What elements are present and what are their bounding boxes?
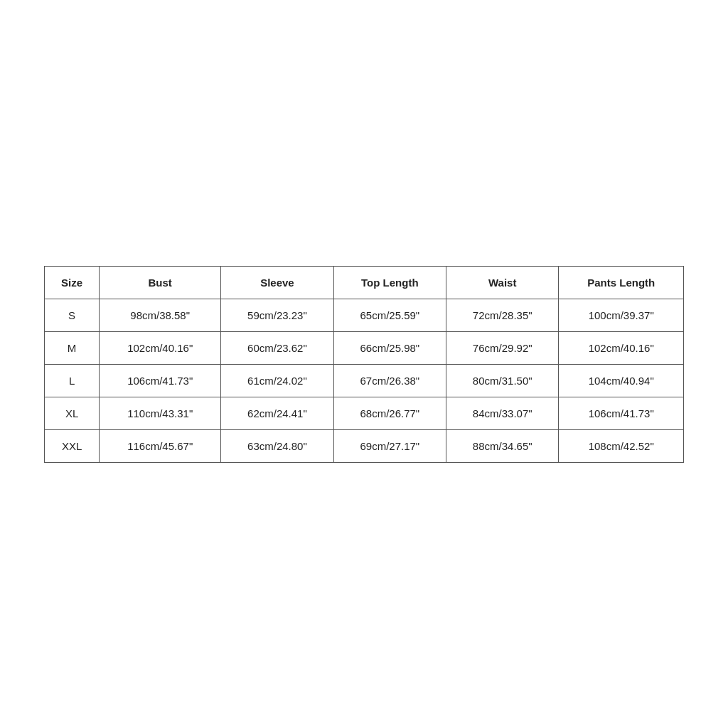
col-header-sleeve: Sleeve <box>221 266 333 299</box>
cell-pants_length-4: 108cm/42.52" <box>559 429 684 462</box>
size-chart-container: Size Bust Sleeve Top Length Waist Pants … <box>44 266 684 463</box>
table-header-row: Size Bust Sleeve Top Length Waist Pants … <box>45 266 684 299</box>
table-row: L106cm/41.73"61cm/24.02"67cm/26.38"80cm/… <box>45 364 684 397</box>
cell-top_length-0: 65cm/25.59" <box>333 299 446 331</box>
cell-sleeve-4: 63cm/24.80" <box>221 429 333 462</box>
cell-waist-3: 84cm/33.07" <box>446 397 559 429</box>
size-chart-table: Size Bust Sleeve Top Length Waist Pants … <box>44 266 684 463</box>
cell-top_length-3: 68cm/26.77" <box>333 397 446 429</box>
cell-top_length-4: 69cm/27.17" <box>333 429 446 462</box>
cell-size-0: S <box>45 299 100 331</box>
col-header-size: Size <box>45 266 100 299</box>
table-row: S98cm/38.58"59cm/23.23"65cm/25.59"72cm/2… <box>45 299 684 331</box>
table-row: XXL116cm/45.67"63cm/24.80"69cm/27.17"88c… <box>45 429 684 462</box>
cell-bust-3: 110cm/43.31" <box>100 397 221 429</box>
cell-bust-0: 98cm/38.58" <box>100 299 221 331</box>
cell-size-2: L <box>45 364 100 397</box>
cell-pants_length-2: 104cm/40.94" <box>559 364 684 397</box>
cell-size-1: M <box>45 331 100 364</box>
cell-waist-2: 80cm/31.50" <box>446 364 559 397</box>
table-row: M102cm/40.16"60cm/23.62"66cm/25.98"76cm/… <box>45 331 684 364</box>
cell-sleeve-0: 59cm/23.23" <box>221 299 333 331</box>
cell-size-3: XL <box>45 397 100 429</box>
cell-top_length-1: 66cm/25.98" <box>333 331 446 364</box>
cell-waist-1: 76cm/29.92" <box>446 331 559 364</box>
cell-sleeve-2: 61cm/24.02" <box>221 364 333 397</box>
col-header-waist: Waist <box>446 266 559 299</box>
cell-sleeve-3: 62cm/24.41" <box>221 397 333 429</box>
cell-sleeve-1: 60cm/23.62" <box>221 331 333 364</box>
cell-pants_length-3: 106cm/41.73" <box>559 397 684 429</box>
col-header-bust: Bust <box>100 266 221 299</box>
cell-size-4: XXL <box>45 429 100 462</box>
cell-bust-4: 116cm/45.67" <box>100 429 221 462</box>
cell-pants_length-0: 100cm/39.37" <box>559 299 684 331</box>
cell-waist-4: 88cm/34.65" <box>446 429 559 462</box>
col-header-top-length: Top Length <box>333 266 446 299</box>
col-header-pants-length: Pants Length <box>559 266 684 299</box>
cell-bust-1: 102cm/40.16" <box>100 331 221 364</box>
table-row: XL110cm/43.31"62cm/24.41"68cm/26.77"84cm… <box>45 397 684 429</box>
cell-top_length-2: 67cm/26.38" <box>333 364 446 397</box>
cell-bust-2: 106cm/41.73" <box>100 364 221 397</box>
cell-pants_length-1: 102cm/40.16" <box>559 331 684 364</box>
cell-waist-0: 72cm/28.35" <box>446 299 559 331</box>
